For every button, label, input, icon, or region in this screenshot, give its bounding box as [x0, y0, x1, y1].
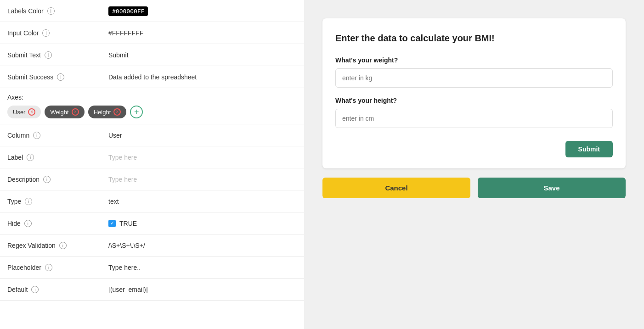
description-value[interactable]: Type here	[101, 171, 304, 188]
submit-text-info-icon[interactable]: i	[45, 51, 52, 59]
hide-info-icon[interactable]: i	[24, 220, 32, 227]
action-row: Cancel Save	[322, 178, 626, 198]
bmi-submit-row: Submit	[335, 141, 613, 157]
submit-text-value: Submit	[101, 47, 304, 63]
submit-success-label: Submit Success i	[0, 68, 101, 86]
label-info-icon[interactable]: i	[27, 154, 34, 161]
regex-text: Regex Validation	[7, 242, 56, 249]
axes-tags: User × Weight × Height × +	[7, 106, 297, 118]
label-text: Label	[7, 154, 23, 161]
hide-row: Hide i ✓ TRUE	[0, 212, 304, 234]
input-color-row: Input Color i #FFFFFFFF	[0, 22, 304, 44]
hide-checkbox[interactable]: ✓	[108, 220, 116, 227]
axis-tag-user: User ×	[7, 106, 41, 118]
axis-tag-height-label: Height	[94, 109, 111, 116]
column-info-icon[interactable]: i	[33, 132, 40, 139]
axis-tag-height: Height ×	[88, 106, 127, 118]
bmi-card: Enter the data to calculate your BMI! Wh…	[322, 18, 626, 168]
input-color-info-icon[interactable]: i	[42, 29, 50, 37]
default-info-icon[interactable]: i	[31, 286, 39, 293]
label-row: Label i Type here	[0, 146, 304, 168]
hide-text: Hide	[7, 220, 21, 227]
label-value[interactable]: Type here	[101, 149, 304, 166]
weight-input[interactable]	[335, 68, 613, 88]
type-value: text	[101, 193, 304, 210]
placeholder-label: Placeholder i	[0, 258, 101, 277]
placeholder-text: Placeholder	[7, 264, 41, 271]
axes-label: Axes:	[7, 94, 297, 101]
input-color-label: Input Color i	[0, 24, 101, 42]
default-row: Default i [(user_email)]	[0, 279, 304, 301]
left-panel: Labels Color i #000000FF Input Color i #…	[0, 0, 304, 329]
labels-color-row: Labels Color i #000000FF	[0, 0, 304, 22]
hide-value: ✓ TRUE	[101, 215, 304, 232]
height-input[interactable]	[335, 109, 613, 128]
placeholder-row: Placeholder i Type here..	[0, 257, 304, 279]
column-value: User	[101, 127, 304, 144]
type-row: Type i text	[0, 190, 304, 212]
type-text: Type	[7, 198, 21, 205]
hide-label: Hide i	[0, 214, 101, 233]
input-color-value: #FFFFFFFF	[101, 25, 304, 41]
axes-section: Axes: User × Weight × Height × +	[0, 88, 304, 124]
cancel-button[interactable]: Cancel	[322, 178, 470, 198]
submit-success-value: Data added to the spreadsheet	[101, 69, 304, 85]
axis-tag-weight-remove[interactable]: ×	[72, 108, 79, 116]
save-button[interactable]: Save	[478, 178, 626, 198]
right-panel: Enter the data to calculate your BMI! Wh…	[304, 0, 644, 329]
submit-success-info-icon[interactable]: i	[57, 73, 64, 81]
placeholder-info-icon[interactable]: i	[45, 264, 52, 271]
axis-tag-user-remove[interactable]: ×	[28, 108, 35, 116]
description-text: Description	[7, 176, 40, 183]
labels-color-info-icon[interactable]: i	[47, 7, 55, 15]
type-label: Type i	[0, 192, 101, 211]
description-row: Description i Type here	[0, 168, 304, 190]
description-label: Description i	[0, 170, 101, 189]
default-text: Default	[7, 286, 28, 293]
regex-label: Regex Validation i	[0, 236, 101, 255]
submit-success-row: Submit Success i Data added to the sprea…	[0, 66, 304, 88]
regex-row: Regex Validation i /\S+\S+\.\S+/	[0, 234, 304, 257]
column-text: Column	[7, 132, 29, 139]
bmi-submit-button[interactable]: Submit	[565, 141, 613, 157]
labels-color-value: #000000FF	[101, 3, 304, 19]
submit-text-label: Submit Text i	[0, 46, 101, 64]
regex-info-icon[interactable]: i	[59, 242, 67, 249]
default-value: [(user_email)]	[101, 281, 304, 298]
add-axis-button[interactable]: +	[130, 106, 143, 118]
type-info-icon[interactable]: i	[25, 198, 32, 205]
color-badge: #000000FF	[108, 6, 148, 16]
axis-tag-weight: Weight ×	[45, 106, 84, 118]
submit-success-text: Submit Success	[7, 73, 53, 81]
input-color-text: Input Color	[7, 29, 39, 37]
column-row: Column i User	[0, 124, 304, 146]
labels-color-label: Labels Color i	[0, 2, 101, 20]
default-label: Default i	[0, 280, 101, 299]
bmi-title: Enter the data to calculate your BMI!	[335, 33, 613, 44]
axis-tag-weight-label: Weight	[50, 109, 68, 116]
label-row-label: Label i	[0, 148, 101, 167]
hide-true-label: TRUE	[119, 220, 137, 227]
weight-question: What's your weight?	[335, 56, 613, 64]
height-question: What's your height?	[335, 97, 613, 104]
submit-text-text: Submit Text	[7, 51, 41, 59]
column-label: Column i	[0, 126, 101, 145]
labels-color-text: Labels Color	[7, 7, 44, 15]
regex-value: /\S+\S+\.\S+/	[101, 237, 304, 254]
submit-text-row: Submit Text i Submit	[0, 44, 304, 66]
axis-tag-height-remove[interactable]: ×	[113, 108, 121, 116]
description-info-icon[interactable]: i	[43, 176, 51, 183]
axis-tag-user-label: User	[13, 109, 25, 116]
placeholder-value: Type here..	[101, 259, 304, 276]
